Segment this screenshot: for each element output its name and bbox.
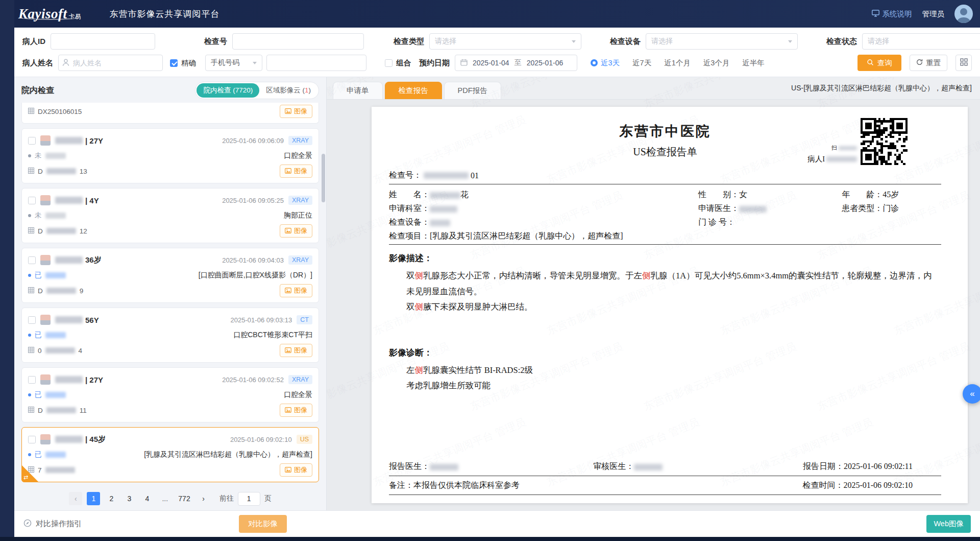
- card-row-top: 36岁2025-01-06 09:04:03XRAY: [28, 252, 312, 268]
- goto-page-input[interactable]: [238, 492, 260, 506]
- item-checkbox[interactable]: [28, 316, 36, 324]
- list-item[interactable]: 36岁2025-01-06 09:04:03XRAY已[口腔曲面断层,口腔X线摄…: [21, 248, 319, 303]
- logo-cn-text: 卡易: [69, 12, 81, 21]
- item-checkbox[interactable]: [28, 256, 36, 264]
- image-button[interactable]: 图像: [280, 463, 312, 477]
- page-button-1[interactable]: 1: [87, 492, 100, 505]
- value: [乳腺及其引流区淋巴结彩超（乳腺中心），超声检查]: [430, 231, 623, 240]
- date-end: 2025-01-06: [527, 59, 564, 67]
- label: 检查设备：: [389, 218, 430, 226]
- quick-range-2[interactable]: 近1个月: [664, 58, 691, 68]
- image-button[interactable]: 图像: [280, 404, 312, 417]
- image-button[interactable]: 图像: [280, 344, 312, 357]
- page-button-772[interactable]: 772: [176, 492, 192, 505]
- tab-regional-cloud[interactable]: 区域影像云 (1): [259, 83, 317, 98]
- grid-icon: [28, 108, 34, 115]
- list-item[interactable]: | 4Y2025-01-06 09:05:25XRAY未胸部正位D12图像: [21, 188, 319, 243]
- quick-range-1[interactable]: 近7天: [632, 58, 651, 68]
- field-exam-time: 检查时间：2025-01-06 09:02:10: [520, 476, 941, 495]
- search-button[interactable]: 查询: [857, 55, 901, 71]
- exam-time: 2025-01-06 09:02:10: [230, 436, 292, 443]
- expand-panel-button[interactable]: «: [963, 384, 980, 404]
- tab-pdf-report[interactable]: PDF报告: [444, 82, 501, 99]
- patient-id-input[interactable]: [51, 33, 155, 50]
- device-placeholder: 请选择: [651, 37, 673, 46]
- chevron-down-icon: [788, 40, 792, 43]
- page-button-3[interactable]: 3: [122, 492, 136, 505]
- grid-icon: [28, 168, 34, 175]
- exact-checkbox[interactable]: [170, 59, 178, 67]
- compare-guide-label: 对比操作指引: [36, 519, 82, 529]
- exam-type-label: 检查类型: [394, 37, 424, 46]
- exam-type-select[interactable]: 请选择: [429, 33, 581, 50]
- exam-no-input[interactable]: [232, 33, 364, 50]
- phone-select[interactable]: 手机号码: [205, 55, 262, 71]
- combine-label: 组合: [396, 58, 411, 68]
- prev-page-button[interactable]: ‹: [69, 492, 82, 505]
- quick-range-3[interactable]: 近3个月: [703, 58, 730, 68]
- value: 门诊: [883, 204, 899, 213]
- item-checkbox[interactable]: [28, 197, 36, 204]
- date-range-picker[interactable]: 2025-01-04 至 2025-01-06: [455, 55, 577, 71]
- combine-checkbox[interactable]: [385, 59, 393, 67]
- page-button-4[interactable]: 4: [140, 492, 154, 505]
- quick-range-label: 近3个月: [703, 58, 730, 68]
- highlighted-keyword: 侧: [415, 271, 424, 280]
- list-item[interactable]: | 45岁2025-01-06 09:02:10US已[乳腺及其引流区淋巴结彩超…: [21, 427, 319, 482]
- list-item[interactable]: DX250106015图像: [21, 103, 319, 124]
- exam-time: 2025-01-06 09:05:25: [222, 197, 284, 204]
- redacted-name: [55, 376, 83, 383]
- page-button-2[interactable]: 2: [105, 492, 118, 505]
- label: 检查时间：: [802, 481, 843, 489]
- list-item[interactable]: | 27Y2025-01-06 09:02:52XRAY已口腔全景D11图像: [21, 367, 319, 422]
- status-select[interactable]: 请选择: [862, 33, 980, 50]
- layout-switch-button[interactable]: [955, 55, 972, 71]
- web-image-button[interactable]: Web图像: [926, 515, 971, 533]
- item-checkbox[interactable]: [28, 436, 36, 443]
- date-start: 2025-01-04: [473, 59, 509, 67]
- patient-avatar: [40, 434, 51, 444]
- compare-guide[interactable]: 对比操作指引: [23, 519, 82, 529]
- reset-label: 重置: [926, 58, 941, 68]
- label: 姓 名：: [389, 190, 430, 199]
- list-item[interactable]: | 27Y2025-01-06 09:06:09XRAY未口腔全景D13图像: [21, 128, 319, 183]
- device-label: 检查设备: [610, 37, 641, 46]
- image-button[interactable]: 图像: [280, 284, 312, 297]
- image-button[interactable]: 图像: [280, 105, 312, 118]
- device-select[interactable]: 请选择: [646, 33, 798, 50]
- paragraph: 考虑乳腺增生所致可能: [406, 378, 934, 394]
- item-checkbox[interactable]: [28, 376, 36, 384]
- card-row-top: | 45岁2025-01-06 09:02:10US: [28, 432, 312, 447]
- list-source-tabs: 院内检查 (7720)区域影像云 (1): [195, 82, 319, 99]
- compare-images-button[interactable]: 对比影像: [239, 515, 287, 533]
- quick-range-4[interactable]: 近半年: [742, 58, 765, 68]
- field-patient-name: 姓 名：花: [389, 187, 698, 201]
- field-outpatient-no: 门 诊 号：: [698, 215, 842, 229]
- exam-time: 2025-01-06 09:04:03: [222, 256, 284, 264]
- exam-list: DX250106015图像| 27Y2025-01-06 09:06:09XRA…: [14, 102, 326, 487]
- tab-hospital-exams[interactable]: 院内检查 (7720): [197, 83, 259, 98]
- item-checkbox[interactable]: [28, 137, 36, 145]
- image-button[interactable]: 图像: [280, 164, 312, 178]
- qr-captions: 扫 病人I: [807, 144, 857, 165]
- next-page-button[interactable]: ›: [197, 492, 210, 505]
- tab-application-form[interactable]: 申请单: [333, 82, 383, 99]
- phone-input[interactable]: [266, 55, 366, 71]
- quick-range-0[interactable]: 近3天: [591, 58, 620, 68]
- image-icon: [285, 108, 291, 115]
- compass-icon: [23, 519, 32, 529]
- list-scrollbar[interactable]: [322, 154, 325, 202]
- field-age: 年 龄：45岁: [842, 187, 941, 201]
- redacted-name: [55, 197, 83, 204]
- tab-exam-report[interactable]: 检查报告: [385, 82, 442, 99]
- patient-name-input[interactable]: [58, 55, 163, 71]
- image-icon: [285, 466, 291, 474]
- card-row-top: | 27Y2025-01-06 09:06:09XRAY: [28, 133, 312, 148]
- reset-button[interactable]: 重置: [910, 55, 947, 71]
- exam-list-panel: 院内检查 院内检查 (7720)区域影像云 (1) DX250106015图像|…: [14, 77, 327, 510]
- image-button[interactable]: 图像: [280, 224, 312, 238]
- system-help-link[interactable]: 系统说明: [872, 9, 912, 19]
- list-item[interactable]: 56Y2025-01-06 09:03:13CT已口腔CBCT锥形束CT平扫04…: [21, 308, 319, 363]
- user-avatar[interactable]: [954, 5, 973, 23]
- paragraph: 左侧乳腺囊实性结节 BI-RADS:2级: [406, 363, 934, 379]
